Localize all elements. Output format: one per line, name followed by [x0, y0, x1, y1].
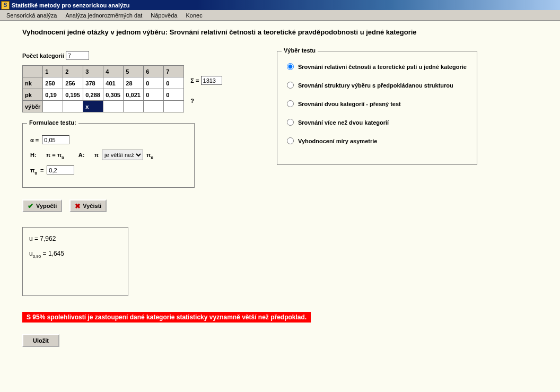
row-header-pk: pk [23, 89, 43, 101]
radio-input-2[interactable] [287, 100, 294, 107]
pi0-eq: = [40, 167, 43, 173]
conclusion-bar: S 95% spolehlivostí je zastoupení dané k… [22, 312, 311, 323]
u-value: u = 7,962 [29, 235, 121, 242]
save-button[interactable]: Uložit [22, 334, 59, 347]
pk-cell[interactable]: 0,305 [103, 89, 124, 101]
vyber-cell[interactable] [164, 101, 184, 112]
col-header: 4 [103, 66, 124, 77]
question-mark: ? [190, 98, 222, 104]
test-select-panel: Výběr testu Srovnání relativní četnosti … [277, 51, 477, 165]
menu-analyza-jednorozmernych[interactable]: Analýza jednorozměrných dat [61, 11, 146, 20]
table-corner [23, 66, 43, 77]
window-titlebar: S Statistiké metody pro senzorickou anal… [0, 0, 560, 10]
clear-label: Vyčisti [83, 203, 101, 209]
radio-label: Srovnání více než dvou kategorií [298, 119, 389, 126]
vyber-cell[interactable] [43, 101, 63, 112]
alpha-label: α = [30, 137, 39, 143]
nk-cell[interactable]: 28 [124, 77, 144, 89]
radio-input-1[interactable] [287, 82, 294, 89]
radio-label: Srovnání relativní četnosti a teoretické… [298, 64, 467, 70]
menu-konec[interactable]: Konec [181, 11, 206, 20]
nk-cell[interactable]: 250 [43, 77, 63, 89]
check-icon: ✔ [28, 202, 34, 210]
radio-input-0[interactable] [287, 63, 294, 70]
app-icon: S [1, 1, 10, 10]
categories-label: Počet kategorií [22, 53, 64, 59]
clear-button[interactable]: ✖ Vyčisti [69, 199, 107, 212]
compute-button[interactable]: ✔ Vypočti [22, 199, 62, 212]
nk-cell[interactable]: 0 [144, 77, 164, 89]
pi0-input[interactable] [47, 165, 74, 175]
vyber-cell[interactable] [63, 101, 83, 112]
result-box: u = 7,962 u0,95 = 1,645 [22, 227, 128, 296]
a-label: A: [78, 152, 85, 158]
col-header: 3 [83, 66, 103, 77]
radio-label: Vyhodnocení míry asymetrie [298, 138, 377, 144]
pk-cell[interactable]: 0 [144, 89, 164, 101]
radio-option-4[interactable]: Vyhodnocení míry asymetrie [287, 137, 467, 144]
h-label: H: [30, 152, 37, 158]
pk-cell[interactable]: 0,19 [43, 89, 63, 101]
row-header-nk: nk [23, 77, 43, 89]
window-title: Statistiké metody pro senzorickou analýz… [12, 2, 130, 8]
pk-cell[interactable]: 0,021 [124, 89, 144, 101]
nk-cell[interactable]: 378 [83, 77, 103, 89]
vyber-cell[interactable] [144, 101, 164, 112]
radio-option-3[interactable]: Srovnání více než dvou kategorií [287, 119, 467, 126]
h-expr: π = π0 [46, 152, 64, 158]
save-label: Uložit [33, 337, 49, 344]
formulation-panel: Formulace testu: α = H: π = π0 A: π je v… [22, 123, 195, 188]
a-pi: π [94, 152, 99, 158]
radio-label: Srovnání struktury výběru s předpokládan… [298, 82, 453, 89]
radio-input-3[interactable] [287, 119, 294, 126]
pi0-right: π0 [146, 152, 153, 158]
categories-input[interactable] [66, 51, 89, 60]
radio-input-4[interactable] [287, 137, 294, 144]
col-header: 5 [124, 66, 144, 77]
sigma-label: Σ = [190, 77, 199, 84]
sigma-value [201, 76, 222, 85]
col-header: 2 [63, 66, 83, 77]
nk-cell[interactable]: 256 [63, 77, 83, 89]
page-title: Vyhodnocení jedné otázky v jednom výběru… [22, 28, 545, 36]
radio-option-2[interactable]: Srovnání dvou kategorií - přesný test [287, 100, 467, 107]
col-header: 6 [144, 66, 164, 77]
radio-option-1[interactable]: Srovnání struktury výběru s předpokládan… [287, 82, 467, 89]
compare-select[interactable]: je větší než [102, 150, 143, 160]
pk-cell[interactable]: 0,288 [83, 89, 103, 101]
alpha-input[interactable] [42, 135, 69, 144]
nk-cell[interactable]: 401 [103, 77, 124, 89]
radio-option-0[interactable]: Srovnání relativní četnosti a teoretické… [287, 63, 467, 70]
compute-label: Vypočti [36, 203, 57, 209]
pi0-label: π0 [30, 167, 37, 173]
nk-cell[interactable]: 0 [164, 77, 184, 89]
row-header-vyber: výběr [23, 101, 43, 112]
pk-cell[interactable]: 0,195 [63, 89, 83, 101]
x-icon: ✖ [75, 203, 81, 210]
menu-sensoricka-analyza[interactable]: Sensorická analýza [2, 11, 61, 20]
pk-cell[interactable]: 0 [164, 89, 184, 101]
u-crit: u0,95 = 1,645 [29, 250, 121, 257]
col-header: 1 [43, 66, 63, 77]
vyber-cell[interactable] [124, 101, 144, 112]
menu-bar: Sensorická analýza Analýza jednorozměrný… [0, 10, 560, 21]
vyber-cell[interactable] [103, 101, 124, 112]
vyber-cell-selected[interactable]: x [83, 101, 103, 112]
col-header: 7 [164, 66, 184, 77]
test-select-legend: Výběr testu [282, 47, 318, 54]
menu-napoveda[interactable]: Nápověda [146, 11, 181, 20]
formulation-legend: Formulace testu: [27, 119, 78, 126]
radio-label: Srovnání dvou kategorií - přesný test [298, 101, 401, 107]
data-table: 1 2 3 4 5 6 7 nk 250 256 378 401 2 [22, 65, 184, 112]
